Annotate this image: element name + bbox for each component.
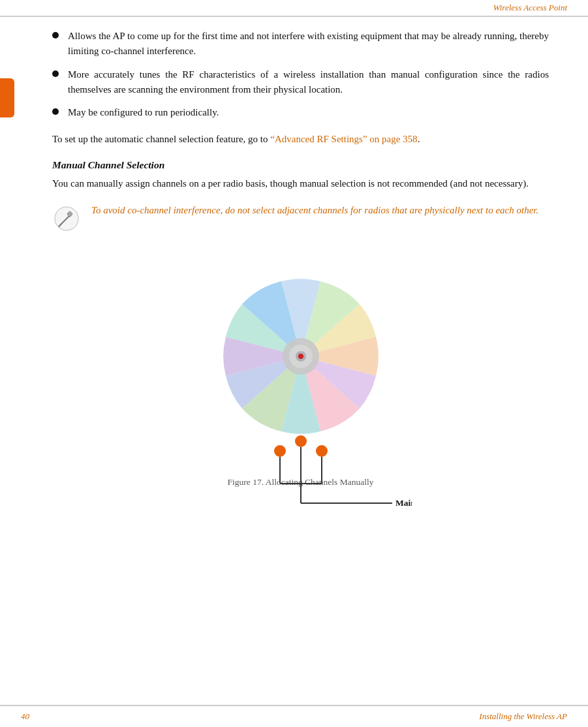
list-item: Allows the AP to come up for the first t… <box>52 29 549 59</box>
diagram-container: Maintain channel separation Figure 17. A… <box>52 249 549 487</box>
svg-point-7 <box>298 354 303 359</box>
side-tab <box>0 78 14 117</box>
intro-prefix: To set up the automatic channel selectio… <box>52 134 270 144</box>
note-icon <box>52 204 81 233</box>
page-wrapper: Wireless Access Point Allows the AP to c… <box>0 0 588 727</box>
svg-point-8 <box>274 445 286 457</box>
intro-link[interactable]: “Advanced RF Settings” on page 358 <box>270 134 417 144</box>
footer-section-title: Installing the Wireless AP <box>479 711 567 722</box>
pencil-icon <box>52 204 81 233</box>
note-text: To avoid co-channel interference, do not… <box>91 203 538 218</box>
bullet-dot <box>52 70 59 77</box>
section-heading: Manual Channel Selection <box>52 159 549 171</box>
list-item: May be configured to run periodically. <box>52 105 549 120</box>
manual-body: You can manually assign channels on a pe… <box>52 176 549 191</box>
bullet-dot <box>52 108 59 115</box>
svg-point-9 <box>295 435 307 447</box>
bullet-text: May be configured to run periodically. <box>68 105 549 120</box>
intro-paragraph: To set up the automatic channel selectio… <box>52 132 549 147</box>
channel-wheel: Maintain channel separation <box>190 249 412 471</box>
note-box: To avoid co-channel interference, do not… <box>52 203 549 233</box>
bullet-dot <box>52 32 59 39</box>
page-footer: 40 Installing the Wireless AP <box>0 705 588 727</box>
diagram-label: Maintain channel separation <box>395 498 412 508</box>
list-item: More accurately tunes the RF characteris… <box>52 67 549 98</box>
footer-page-number: 40 <box>21 711 29 722</box>
bullet-text: Allows the AP to come up for the first t… <box>68 29 549 59</box>
bullet-text: More accurately tunes the RF characteris… <box>68 67 549 98</box>
svg-point-10 <box>316 445 328 457</box>
intro-suffix: . <box>418 134 420 144</box>
channel-wheel-svg: Maintain channel separation <box>190 249 412 523</box>
page-header: Wireless Access Point <box>0 0 588 17</box>
bullet-list: Allows the AP to come up for the first t… <box>52 29 549 120</box>
header-title: Wireless Access Point <box>493 3 567 13</box>
main-content: Allows the AP to come up for the first t… <box>0 17 588 705</box>
